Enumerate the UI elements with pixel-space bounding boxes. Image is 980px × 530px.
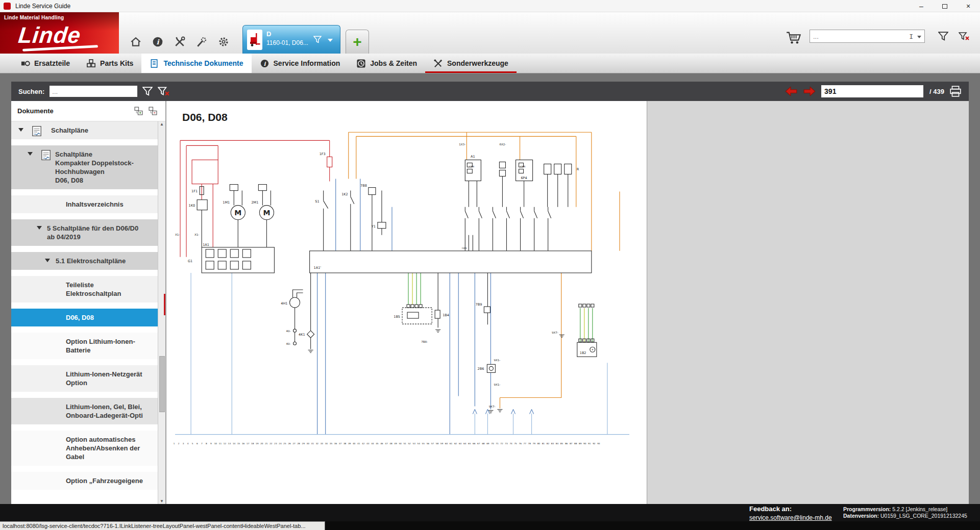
svg-text:16: 16: [242, 442, 245, 445]
chevron-down-icon[interactable]: [328, 39, 333, 42]
scrollbar-thumb[interactable]: [159, 356, 165, 412]
page-count: / 439: [929, 88, 944, 95]
document-tab[interactable]: D 1160-01, D06...: [242, 25, 340, 54]
tree-item[interactable]: Lithium-Ionen, Gel, Blei,Onboard-Ladeger…: [11, 398, 158, 424]
info-button[interactable]: i: [149, 33, 167, 51]
svg-text:CAN: CAN: [469, 165, 474, 168]
svg-text:28: 28: [297, 442, 300, 445]
settings-button[interactable]: [214, 33, 233, 51]
service-tools-button[interactable]: [192, 33, 211, 51]
filter-clear-button[interactable]: [158, 87, 170, 96]
svg-text:29: 29: [302, 442, 305, 445]
tree-item-label: Inhaltsverzeichnis: [66, 200, 156, 209]
brand-logo: Linde Material Handling Linde: [0, 12, 119, 54]
header-filter-clear-button[interactable]: [959, 32, 970, 43]
svg-text:70: 70: [491, 442, 494, 445]
cart-button[interactable]: [786, 31, 801, 47]
linde-logo: Linde: [17, 22, 82, 48]
svg-text:1A1: 1A1: [203, 243, 209, 247]
tab-jobs-zeiten[interactable]: Jobs & Zeiten: [348, 54, 425, 73]
prev-page-button[interactable]: [785, 86, 798, 96]
status-bar: localhost:8080/lsg-service-client/tecdoc…: [0, 521, 980, 530]
svg-text:1: 1: [174, 442, 175, 445]
collapse-all-button[interactable]: [149, 107, 157, 117]
tab-service-information[interactable]: i Service Information: [252, 54, 349, 73]
search-type-dropdown-icon[interactable]: [917, 36, 921, 38]
tab-parts-kits[interactable]: Parts Kits: [78, 54, 141, 73]
tree-item-selected[interactable]: D06, D08: [11, 309, 158, 326]
svg-text:56: 56: [427, 442, 430, 445]
svg-text:21: 21: [265, 442, 268, 445]
tree-item[interactable]: Inhaltsverzeichnis: [11, 195, 158, 213]
tree-item[interactable]: TeilelisteElektroschaltplan: [11, 276, 158, 302]
filter-button[interactable]: [142, 87, 153, 96]
svg-text:45: 45: [376, 442, 379, 445]
svg-text:32: 32: [316, 442, 319, 445]
schematic-icon: [41, 149, 51, 161]
svg-text:4K1: 4K1: [299, 333, 305, 337]
tree-item-label: Schaltpläne: [51, 126, 156, 135]
svg-text:4H1: 4H1: [281, 301, 287, 306]
collapse-all-icon: [149, 107, 157, 115]
svg-text:2B6: 2B6: [478, 367, 484, 371]
document-search-input[interactable]: [50, 86, 137, 97]
close-button[interactable]: ×: [957, 0, 980, 12]
svg-text:7: 7: [201, 442, 203, 445]
diagram-wires: [175, 132, 629, 434]
tab-label: Ersatzteile: [34, 59, 70, 67]
svg-text:83: 83: [551, 442, 554, 445]
svg-text:59: 59: [440, 442, 444, 445]
diagram-components: MM+: [192, 157, 597, 414]
tree-item[interactable]: Schaltpläne: [11, 121, 158, 139]
tab-technische-dokumente[interactable]: Technische Dokumente: [141, 54, 251, 73]
svg-text:51: 51: [403, 442, 406, 445]
scroll-down-icon[interactable]: ▼: [158, 499, 165, 503]
feedback-email-link[interactable]: service.software@linde-mh.de: [749, 514, 832, 521]
header-search-input[interactable]: [810, 30, 902, 42]
minimize-button[interactable]: –: [910, 0, 933, 12]
diagram-scale: 1234567891011121314151617181920212223242…: [174, 442, 600, 445]
expand-all-icon: [134, 107, 143, 115]
main-nav: Ersatzteile Parts Kits Technische Dokume…: [0, 54, 980, 73]
gear-icon: [218, 36, 229, 47]
expander-icon[interactable]: [37, 226, 42, 230]
expander-icon[interactable]: [45, 259, 50, 262]
home-button[interactable]: [127, 33, 145, 51]
document-tree-panel: Dokumente SchaltpläneSchaltpläneKompakte…: [11, 101, 165, 504]
home-icon: [130, 36, 141, 47]
wrench-gear-icon: [196, 36, 207, 47]
tree-item[interactable]: Option automatischesAnheben/Absenken der…: [11, 431, 158, 466]
expand-all-button[interactable]: [134, 107, 143, 117]
scroll-up-icon[interactable]: ▲: [158, 122, 165, 127]
page-number-input[interactable]: [821, 85, 923, 97]
document-tab-line1: D: [266, 30, 271, 38]
svg-text:30: 30: [307, 442, 310, 445]
tree-item[interactable]: Option „Fahrzeugeigene: [11, 472, 158, 490]
add-tab-button[interactable]: +: [346, 30, 369, 54]
tree-item-label: Option „Fahrzeugeigene: [66, 476, 156, 485]
header-filter-button[interactable]: [938, 32, 948, 43]
tab-filter-icon[interactable]: [313, 36, 322, 45]
tree-item[interactable]: Lithium-Ionen-NetzgerätOption: [11, 365, 158, 392]
tools-button[interactable]: [170, 33, 189, 51]
tree-item[interactable]: 5 Schaltpläne für den D06/D0ab 04/2019: [11, 219, 158, 246]
maximize-button[interactable]: [933, 0, 957, 12]
tab-ersatzteile[interactable]: Ersatzteile: [12, 54, 78, 73]
schematic-icon: [32, 125, 42, 137]
tab-sonderwerkzeuge[interactable]: Sonderwerkzeuge: [425, 54, 517, 73]
tree-item[interactable]: 5.1 Elektroschaltpläne: [11, 252, 158, 270]
funnel-icon: [142, 87, 153, 96]
expander-icon[interactable]: [18, 128, 23, 132]
print-button[interactable]: [949, 86, 962, 97]
program-version-label: Programmversion:: [843, 506, 891, 512]
arrow-left-icon: [785, 86, 798, 96]
info-icon: i: [152, 36, 163, 47]
tree-item[interactable]: Option Lithium-Ionen-Batterie: [11, 333, 158, 359]
svg-text:6: 6: [197, 442, 198, 445]
expander-icon[interactable]: [28, 152, 33, 156]
svg-text:22: 22: [270, 442, 273, 445]
svg-text:8: 8: [206, 442, 207, 445]
next-page-button[interactable]: [803, 86, 816, 96]
text-cursor-icon: I: [909, 33, 913, 40]
tree-item[interactable]: SchaltpläneKompakter Doppelstock-Hochhub…: [11, 145, 158, 189]
